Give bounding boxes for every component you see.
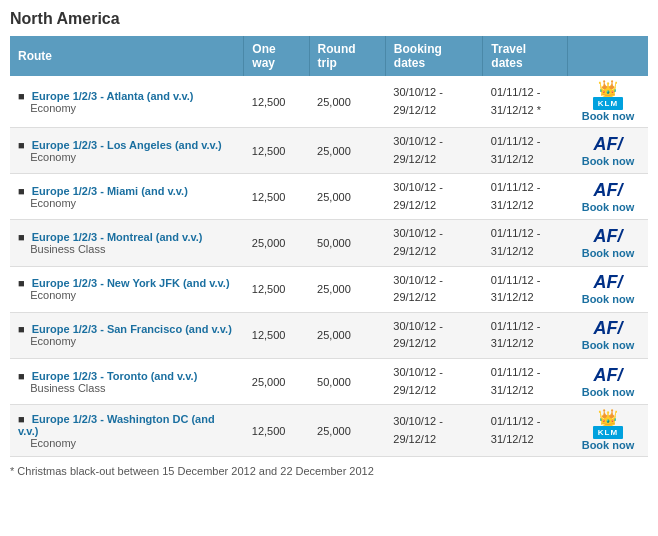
round-trip-cell: 25,000 [309, 128, 385, 174]
route-class: Business Class [18, 243, 105, 255]
round-trip-cell: 50,000 [309, 220, 385, 266]
travel-dates-cell: 01/11/12 -31/12/12 [483, 405, 568, 457]
book-now-link[interactable]: Book now [582, 155, 635, 167]
af-logo: AF/ [593, 227, 622, 245]
route-class: Economy [18, 437, 76, 449]
route-bullet: ■ [18, 231, 25, 243]
book-now-link[interactable]: Book now [582, 386, 635, 398]
klm-logo: KLM [593, 97, 623, 110]
route-cell: ■ Europe 1/2/3 - Washington DC (and v.v.… [10, 405, 244, 457]
airline-cell: AF/ Book now [568, 128, 648, 174]
col-round-trip: Round trip [309, 36, 385, 76]
route-class: Economy [18, 102, 76, 114]
route-link[interactable]: Europe 1/2/3 - Montreal (and v.v.) [32, 231, 203, 243]
route-bullet: ■ [18, 185, 25, 197]
travel-dates-cell: 01/11/12 -31/12/12 [483, 128, 568, 174]
book-now-link[interactable]: Book now [582, 339, 635, 351]
table-row: ■ Europe 1/2/3 - Washington DC (and v.v.… [10, 405, 648, 457]
route-cell: ■ Europe 1/2/3 - New York JFK (and v.v.)… [10, 266, 244, 312]
klm-logo-wrapper: 👑 KLM Book now [576, 81, 640, 122]
route-class: Economy [18, 335, 76, 347]
booking-dates-cell: 30/10/12 -29/12/12 [385, 358, 483, 404]
one-way-cell: 12,500 [244, 405, 309, 457]
airline-cell: AF/ Book now [568, 174, 648, 220]
booking-dates-cell: 30/10/12 -29/12/12 [385, 405, 483, 457]
booking-dates-cell: 30/10/12 -29/12/12 [385, 220, 483, 266]
route-bullet: ■ [18, 277, 25, 289]
one-way-cell: 12,500 [244, 76, 309, 128]
route-bullet: ■ [18, 370, 25, 382]
route-bullet: ■ [18, 413, 25, 425]
one-way-cell: 12,500 [244, 174, 309, 220]
round-trip-cell: 50,000 [309, 358, 385, 404]
route-link[interactable]: Europe 1/2/3 - Atlanta (and v.v.) [32, 90, 194, 102]
af-logo-wrapper: AF/ Book now [576, 135, 640, 167]
route-cell: ■ Europe 1/2/3 - Toronto (and v.v.) Busi… [10, 358, 244, 404]
route-link[interactable]: Europe 1/2/3 - New York JFK (and v.v.) [32, 277, 230, 289]
travel-dates-cell: 01/11/12 -31/12/12 [483, 358, 568, 404]
booking-dates-cell: 30/10/12 -29/12/12 [385, 266, 483, 312]
klm-logo-wrapper: 👑 KLM Book now [576, 410, 640, 451]
airline-cell: AF/ Book now [568, 312, 648, 358]
travel-dates-cell: 01/11/12 -31/12/12 * [483, 76, 568, 128]
book-now-link[interactable]: Book now [582, 247, 635, 259]
airline-cell: AF/ Book now [568, 358, 648, 404]
book-now-link[interactable]: Book now [582, 201, 635, 213]
col-airline [568, 36, 648, 76]
klm-crown-icon: 👑 [598, 410, 618, 426]
book-now-link[interactable]: Book now [582, 293, 635, 305]
col-travel-dates: Travel dates [483, 36, 568, 76]
one-way-cell: 12,500 [244, 312, 309, 358]
one-way-cell: 12,500 [244, 266, 309, 312]
airline-cell: 👑 KLM Book now [568, 76, 648, 128]
round-trip-cell: 25,000 [309, 312, 385, 358]
table-row: ■ Europe 1/2/3 - San Francisco (and v.v.… [10, 312, 648, 358]
route-class: Economy [18, 289, 76, 301]
table-row: ■ Europe 1/2/3 - Toronto (and v.v.) Busi… [10, 358, 648, 404]
travel-dates-cell: 01/11/12 -31/12/12 [483, 220, 568, 266]
route-link[interactable]: Europe 1/2/3 - Toronto (and v.v.) [32, 370, 198, 382]
af-logo: AF/ [593, 273, 622, 291]
round-trip-cell: 25,000 [309, 266, 385, 312]
af-logo: AF/ [593, 319, 622, 337]
travel-dates-cell: 01/11/12 -31/12/12 [483, 266, 568, 312]
footnote: * Christmas black-out between 15 Decembe… [10, 465, 648, 477]
route-cell: ■ Europe 1/2/3 - Atlanta (and v.v.) Econ… [10, 76, 244, 128]
one-way-cell: 12,500 [244, 128, 309, 174]
table-row: ■ Europe 1/2/3 - Atlanta (and v.v.) Econ… [10, 76, 648, 128]
route-link[interactable]: Europe 1/2/3 - Miami (and v.v.) [32, 185, 188, 197]
af-logo-wrapper: AF/ Book now [576, 319, 640, 351]
route-bullet: ■ [18, 323, 25, 335]
booking-dates-cell: 30/10/12 -29/12/12 [385, 128, 483, 174]
travel-dates-cell: 01/11/12 -31/12/12 [483, 174, 568, 220]
af-logo-wrapper: AF/ Book now [576, 227, 640, 259]
airline-cell: AF/ Book now [568, 266, 648, 312]
klm-logo: KLM [593, 426, 623, 439]
route-link[interactable]: Europe 1/2/3 - San Francisco (and v.v.) [32, 323, 232, 335]
af-logo: AF/ [593, 135, 622, 153]
travel-dates-cell: 01/11/12 -31/12/12 [483, 312, 568, 358]
book-now-link[interactable]: Book now [582, 439, 635, 451]
route-link[interactable]: Europe 1/2/3 - Los Angeles (and v.v.) [32, 139, 222, 151]
route-class: Economy [18, 151, 76, 163]
round-trip-cell: 25,000 [309, 76, 385, 128]
table-body: ■ Europe 1/2/3 - Atlanta (and v.v.) Econ… [10, 76, 648, 457]
one-way-cell: 25,000 [244, 358, 309, 404]
route-bullet: ■ [18, 90, 25, 102]
booking-dates-cell: 30/10/12 -29/12/12 [385, 312, 483, 358]
one-way-cell: 25,000 [244, 220, 309, 266]
airline-cell: AF/ Book now [568, 220, 648, 266]
table-row: ■ Europe 1/2/3 - Montreal (and v.v.) Bus… [10, 220, 648, 266]
round-trip-cell: 25,000 [309, 405, 385, 457]
book-now-link[interactable]: Book now [582, 110, 635, 122]
flights-table: Route One way Round trip Booking dates T… [10, 36, 648, 457]
af-logo: AF/ [593, 181, 622, 199]
booking-dates-cell: 30/10/12 -29/12/12 [385, 174, 483, 220]
route-link[interactable]: Europe 1/2/3 - Washington DC (and v.v.) [18, 413, 215, 437]
route-class: Economy [18, 197, 76, 209]
route-bullet: ■ [18, 139, 25, 151]
table-row: ■ Europe 1/2/3 - New York JFK (and v.v.)… [10, 266, 648, 312]
page-title: North America [10, 10, 648, 28]
table-header: Route One way Round trip Booking dates T… [10, 36, 648, 76]
airline-cell: 👑 KLM Book now [568, 405, 648, 457]
